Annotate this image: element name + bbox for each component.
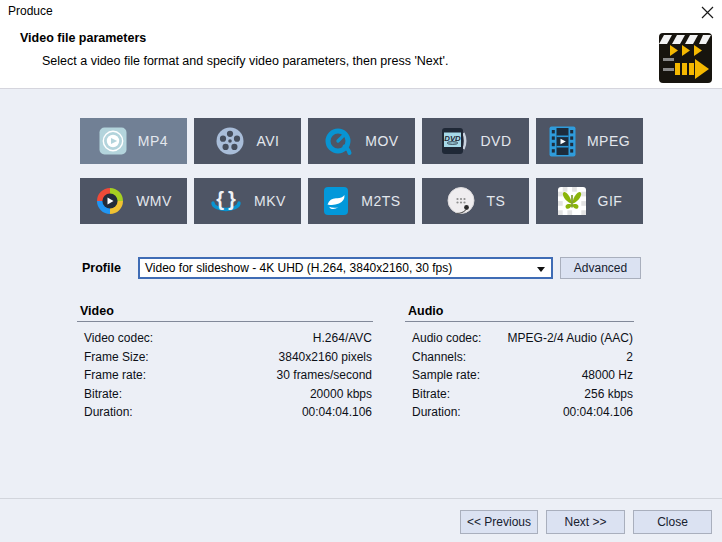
close-button[interactable]: Close [633, 510, 712, 534]
dvd-icon: DVD [439, 126, 469, 156]
ts-icon [446, 186, 476, 216]
video-row: Bitrate:20000 kbps [77, 387, 373, 406]
video-section-title: Video [77, 304, 373, 322]
audio-section: Audio Audio codec:MPEG-2/4 Audio (AAC) C… [405, 304, 634, 424]
m2ts-icon [322, 186, 350, 216]
mkv-icon: { } [209, 186, 243, 216]
audio-row: Duration:00:04:04.106 [405, 405, 634, 424]
format-button-gif[interactable]: GIF [536, 178, 643, 224]
next-button[interactable]: Next >> [546, 510, 625, 534]
page-subtitle: Select a video file format and specify v… [42, 54, 448, 68]
format-button-wmv[interactable]: WMV [80, 178, 187, 224]
format-grid: MP4 AVI MOV DVD [80, 118, 643, 224]
previous-button[interactable]: << Previous [460, 510, 538, 534]
footer-divider [0, 498, 722, 499]
audio-row: Bitrate:256 kbps [405, 387, 634, 406]
video-row: Frame rate:30 frames/second [77, 368, 373, 387]
produce-wizard-icon [658, 32, 713, 88]
mov-icon [324, 126, 354, 156]
close-icon[interactable] [701, 5, 714, 18]
video-row: Duration:00:04:04.106 [77, 405, 373, 424]
wmv-icon [95, 186, 125, 216]
advanced-button[interactable]: Advanced [560, 257, 641, 279]
format-button-m2ts[interactable]: M2TS [308, 178, 415, 224]
gif-icon [557, 186, 587, 216]
profile-value: Video for slideshow - 4K UHD (H.264, 384… [140, 261, 452, 275]
profile-label: Profile [82, 261, 121, 275]
format-button-dvd[interactable]: DVD DVD [422, 118, 529, 164]
video-section: Video Video codec:H.264/AVC Frame Size:3… [77, 304, 373, 424]
mp4-icon [99, 127, 127, 155]
audio-section-title: Audio [405, 304, 634, 322]
avi-icon [215, 126, 245, 156]
mpeg-icon [549, 126, 576, 157]
audio-row: Audio codec:MPEG-2/4 Audio (AAC) [405, 331, 634, 350]
format-button-mp4[interactable]: MP4 [80, 118, 187, 164]
format-button-mpeg[interactable]: MPEG [536, 118, 643, 164]
video-row: Video codec:H.264/AVC [77, 331, 373, 350]
window-title: Produce [8, 4, 53, 18]
audio-row: Sample rate:48000 Hz [405, 368, 634, 387]
page-title: Video file parameters [20, 31, 146, 45]
dropdown-arrow-icon [537, 267, 545, 272]
dialog-header: Produce Video file parameters Select a v… [0, 0, 722, 89]
audio-row: Channels:2 [405, 350, 634, 369]
format-button-ts[interactable]: TS [422, 178, 529, 224]
video-row: Frame Size:3840x2160 pixels [77, 350, 373, 369]
format-button-mkv[interactable]: { } MKV [194, 178, 301, 224]
format-button-mov[interactable]: MOV [308, 118, 415, 164]
svg-text:{ }: { } [216, 188, 236, 210]
profile-dropdown[interactable]: Video for slideshow - 4K UHD (H.264, 384… [138, 257, 553, 279]
format-button-avi[interactable]: AVI [194, 118, 301, 164]
